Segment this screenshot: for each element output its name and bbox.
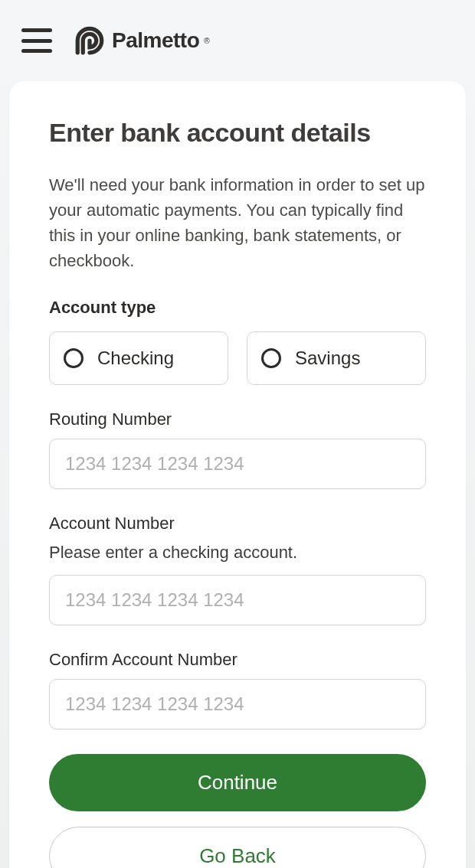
palmetto-logo-icon xyxy=(74,24,106,57)
account-number-group: Account Number Please enter a checking a… xyxy=(49,514,426,650)
continue-button[interactable]: Continue xyxy=(49,754,426,811)
account-type-label: Account type xyxy=(49,298,426,318)
routing-number-group: Routing Number xyxy=(49,410,426,514)
account-number-input[interactable] xyxy=(49,575,426,625)
confirm-account-label: Confirm Account Number xyxy=(49,650,426,670)
routing-number-input[interactable] xyxy=(49,439,426,489)
account-type-options: Checking Savings xyxy=(49,331,426,385)
radio-icon xyxy=(261,348,281,368)
savings-radio[interactable]: Savings xyxy=(247,331,426,385)
checking-label: Checking xyxy=(97,348,174,369)
app-header: Palmetto® xyxy=(0,0,475,81)
brand-name: Palmetto xyxy=(112,28,199,53)
checking-radio[interactable]: Checking xyxy=(49,331,228,385)
confirm-account-group: Confirm Account Number xyxy=(49,650,426,754)
hamburger-menu-icon[interactable] xyxy=(21,28,52,53)
savings-label: Savings xyxy=(295,348,360,369)
account-type-group: Account type Checking Savings xyxy=(49,298,426,385)
routing-number-label: Routing Number xyxy=(49,410,426,429)
page-description: We'll need your bank information in orde… xyxy=(49,172,426,273)
brand-mark: ® xyxy=(204,37,209,45)
confirm-account-input[interactable] xyxy=(49,679,426,729)
form-card: Enter bank account details We'll need yo… xyxy=(9,81,466,868)
page-title: Enter bank account details xyxy=(49,118,426,148)
go-back-button[interactable]: Go Back xyxy=(49,827,426,868)
brand-logo[interactable]: Palmetto® xyxy=(74,24,210,57)
account-number-hint: Please enter a checking account. xyxy=(49,543,426,563)
account-number-label: Account Number xyxy=(49,514,426,534)
radio-icon xyxy=(64,348,84,368)
